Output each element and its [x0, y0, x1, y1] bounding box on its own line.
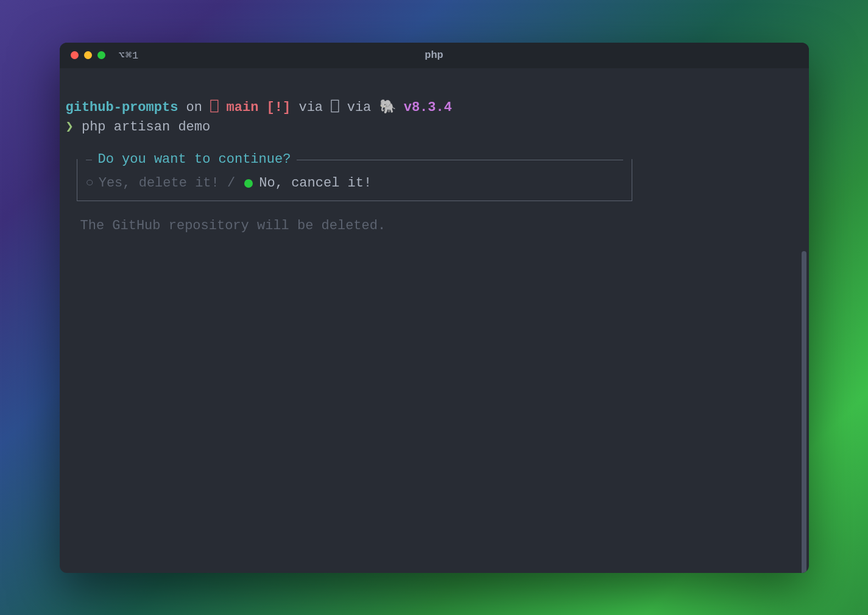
titlebar: ⌥⌘1 php — [60, 43, 809, 68]
minimize-button[interactable] — [84, 51, 92, 59]
radio-selected-icon[interactable] — [244, 179, 253, 188]
git-branch: main — [227, 100, 259, 115]
php-elephant-icon: 🐘 — [379, 100, 396, 115]
command-text: php artisan demo — [74, 119, 210, 135]
radio-unselected-icon[interactable]: ○ — [86, 174, 94, 193]
tab-indicator: ⌥⌘1 — [119, 49, 139, 62]
legend-border-left — [86, 160, 92, 160]
confirm-question: Do you want to continue? — [92, 151, 297, 169]
git-status: [!] — [258, 100, 291, 115]
window-title: php — [425, 49, 443, 61]
prompt-symbol: ❯ — [66, 119, 74, 135]
option-yes[interactable]: Yes, delete it! — [99, 174, 219, 193]
confirm-dialog: Do you want to continue? ○ Yes, delete i… — [77, 159, 632, 201]
maximize-button[interactable] — [97, 51, 105, 59]
via-text-2: via — [347, 100, 379, 115]
command-line: ❯ php artisan demo — [66, 118, 803, 137]
scrollbar[interactable] — [802, 251, 806, 573]
confirm-legend: Do you want to continue? — [86, 151, 623, 169]
cwd: github-prompts — [66, 100, 178, 115]
terminal-window: ⌥⌘1 php github-prompts on ⎕ main [!] via… — [60, 43, 809, 573]
php-version: v8.3.4 — [396, 100, 452, 115]
via-text-1: via — [291, 100, 331, 115]
legend-border-right — [297, 160, 623, 160]
close-button[interactable] — [71, 51, 79, 59]
shell-prompt: github-prompts on ⎕ main [!] via ⎕ via 🐘… — [66, 99, 803, 118]
hint-text: The GitHub repository will be deleted. — [80, 217, 803, 236]
terminal-body[interactable]: github-prompts on ⎕ main [!] via ⎕ via 🐘… — [60, 68, 809, 573]
option-no[interactable]: No, cancel it! — [259, 174, 372, 193]
confirm-options[interactable]: ○ Yes, delete it! / No, cancel it! — [86, 174, 623, 193]
on-text: on — [178, 100, 210, 115]
traffic-lights — [71, 51, 105, 59]
option-separator: / — [219, 174, 244, 193]
runtime-icon: ⎕ — [331, 100, 347, 115]
git-icon: ⎕ — [210, 100, 226, 115]
